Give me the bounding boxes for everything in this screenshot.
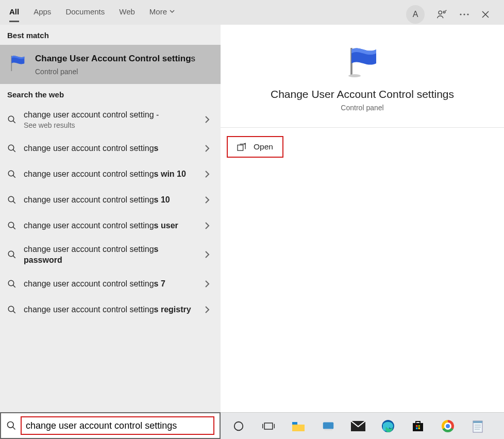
- svg-point-16: [234, 421, 243, 430]
- best-match-header: Best match: [0, 25, 221, 45]
- web-result-label: change user account control settings 7: [24, 278, 194, 290]
- web-result[interactable]: change user account control settings 10: [0, 187, 221, 213]
- avatar[interactable]: A: [406, 5, 425, 24]
- svg-rect-19: [323, 422, 333, 429]
- svg-rect-26: [416, 427, 418, 429]
- preview-pane: Change User Account Control settings Con…: [221, 25, 504, 412]
- search-icon: [6, 420, 16, 431]
- search-icon: [6, 221, 18, 230]
- taskbar: [221, 412, 504, 439]
- tab-more[interactable]: More: [149, 7, 175, 22]
- web-result-label: change user account control setting -See…: [24, 109, 194, 130]
- close-icon[interactable]: [481, 10, 490, 19]
- search-icon: [6, 195, 18, 205]
- svg-rect-25: [418, 425, 421, 427]
- web-result-label: change user account control settings reg…: [24, 304, 194, 315]
- web-result-label: change user account control settings use…: [24, 220, 194, 231]
- tab-documents[interactable]: Documents: [65, 7, 105, 22]
- chevron-right-icon: [200, 250, 214, 259]
- mail-icon[interactable]: [350, 418, 366, 434]
- svg-point-10: [8, 251, 14, 257]
- search-bar[interactable]: [0, 412, 221, 439]
- web-result-label: change user account control settings pas…: [24, 244, 194, 266]
- notepad-icon[interactable]: [470, 418, 485, 434]
- svg-rect-23: [413, 423, 423, 431]
- svg-point-5: [8, 116, 14, 122]
- web-result-label: change user account control settings: [24, 143, 194, 154]
- search-icon: [6, 305, 18, 314]
- best-match-subtitle: Control panel: [35, 67, 195, 76]
- svg-point-9: [8, 222, 14, 228]
- preview-title: Change User Account Control settings: [231, 88, 494, 100]
- people-icon[interactable]: [436, 9, 447, 20]
- uac-flag-icon-large: [343, 43, 382, 82]
- svg-point-15: [8, 422, 14, 428]
- svg-rect-14: [238, 145, 243, 150]
- web-result[interactable]: change user account control settings pas…: [0, 239, 221, 271]
- web-result[interactable]: change user account control settings use…: [0, 213, 221, 239]
- svg-rect-27: [418, 427, 421, 429]
- open-button[interactable]: Open: [227, 136, 283, 158]
- file-explorer-icon[interactable]: [291, 418, 306, 434]
- svg-point-12: [8, 306, 14, 312]
- search-input[interactable]: [26, 420, 209, 431]
- task-view-icon[interactable]: [261, 418, 276, 434]
- svg-point-4: [467, 13, 468, 15]
- svg-point-3: [463, 13, 465, 15]
- svg-rect-20: [325, 429, 332, 430]
- web-result[interactable]: change user account control settings reg…: [0, 297, 221, 323]
- chevron-right-icon: [200, 115, 214, 124]
- best-match-result[interactable]: Change User Account Control settings Con…: [0, 45, 221, 84]
- search-icon: [6, 250, 18, 259]
- results-pane: Best match Change User Account Control s…: [0, 25, 221, 412]
- more-options-icon[interactable]: [459, 12, 470, 16]
- svg-rect-18: [292, 422, 297, 425]
- tab-more-label: More: [149, 7, 167, 16]
- best-match-title: Change User Account Control settings: [35, 53, 195, 64]
- web-result[interactable]: change user account control settings win…: [0, 161, 221, 187]
- web-result[interactable]: change user account control settings 7: [0, 271, 221, 297]
- chevron-right-icon: [200, 170, 214, 178]
- svg-point-2: [460, 13, 461, 15]
- cortana-icon[interactable]: [231, 418, 246, 434]
- tab-all[interactable]: All: [9, 7, 19, 22]
- chrome-icon[interactable]: [440, 418, 456, 434]
- chevron-down-icon: [169, 8, 175, 14]
- preview-subtitle: Control panel: [231, 104, 494, 112]
- svg-point-0: [439, 11, 442, 14]
- search-icon: [6, 170, 18, 179]
- web-result[interactable]: change user account control setting -See…: [0, 104, 221, 135]
- edge-icon[interactable]: [380, 418, 396, 434]
- web-result-label: change user account control settings 10: [24, 194, 194, 206]
- uac-flag-icon: [7, 53, 28, 75]
- svg-point-11: [8, 280, 14, 286]
- search-icon: [6, 144, 18, 153]
- tab-apps[interactable]: Apps: [33, 7, 51, 22]
- svg-point-6: [8, 145, 14, 150]
- search-web-header: Search the web: [0, 84, 221, 104]
- store-icon[interactable]: [410, 418, 426, 434]
- svg-point-8: [8, 196, 14, 202]
- svg-point-1: [443, 11, 445, 13]
- chevron-right-icon: [200, 306, 214, 314]
- search-icon: [6, 279, 18, 289]
- svg-point-7: [8, 171, 14, 176]
- chevron-right-icon: [200, 280, 214, 288]
- open-external-icon: [237, 143, 246, 151]
- search-icon: [6, 115, 18, 124]
- web-result-label: change user account control settings win…: [24, 168, 194, 180]
- tab-web[interactable]: Web: [119, 7, 135, 22]
- chevron-right-icon: [200, 222, 214, 230]
- settings-app-icon[interactable]: [321, 418, 336, 434]
- chevron-right-icon: [200, 196, 214, 204]
- svg-rect-17: [264, 423, 273, 429]
- svg-rect-24: [416, 425, 418, 427]
- open-label: Open: [254, 142, 273, 151]
- web-result[interactable]: change user account control settings: [0, 136, 221, 161]
- svg-point-13: [348, 74, 361, 77]
- chevron-right-icon: [200, 144, 214, 153]
